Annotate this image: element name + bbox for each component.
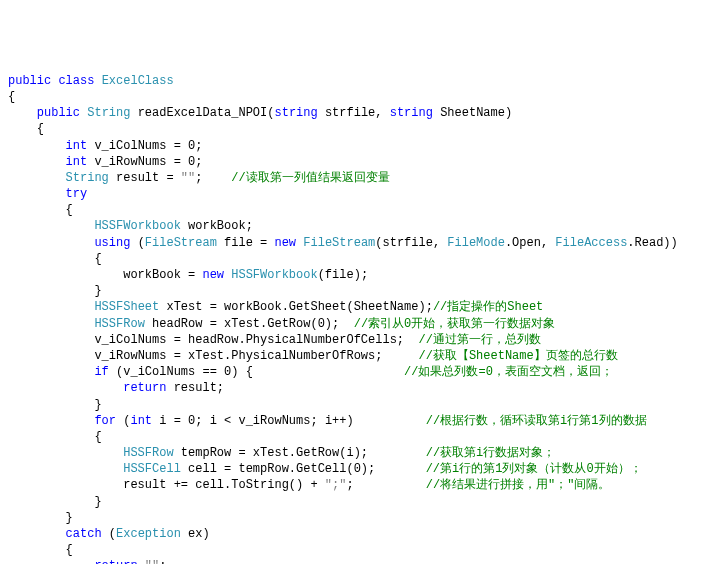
keyword: public xyxy=(37,106,80,120)
code-line: String result = ""; //读取第一列值结果返回变量 xyxy=(8,170,710,186)
code-text: ex) xyxy=(181,527,210,541)
param: SheetName) xyxy=(433,106,512,120)
code-line: { xyxy=(8,251,710,267)
code-line: return ""; xyxy=(8,558,710,564)
code-line: try xyxy=(8,186,710,202)
code-text: .Read)) xyxy=(627,236,677,250)
type-name: String xyxy=(66,171,109,185)
keyword: catch xyxy=(66,527,102,541)
code-text: xTest = workBook.GetSheet(SheetName); xyxy=(159,300,433,314)
keyword: int xyxy=(130,414,152,428)
code-text: headRow = xTest.GetRow(0); xyxy=(145,317,354,331)
code-line: HSSFCell cell = tempRow.GetCell(0); //第i… xyxy=(8,461,710,477)
type-name: FileAccess xyxy=(555,236,627,250)
comment: //索引从0开始，获取第一行数据对象 xyxy=(354,317,556,331)
code-text: v_iRowNums = 0; xyxy=(87,155,202,169)
comment: //通过第一行，总列数 xyxy=(418,333,540,347)
comment: //如果总列数=0，表面空文档，返回； xyxy=(404,365,613,379)
code-line: return result; xyxy=(8,380,710,396)
code-line: HSSFRow headRow = xTest.GetRow(0); //索引从… xyxy=(8,316,710,332)
keyword: return xyxy=(94,559,137,564)
code-line: } xyxy=(8,283,710,299)
keyword: int xyxy=(66,139,88,153)
keyword: new xyxy=(274,236,296,250)
code-text: file = xyxy=(217,236,275,250)
string-literal: "" xyxy=(145,559,159,564)
type-name: ExcelClass xyxy=(102,74,174,88)
param: strfile, xyxy=(318,106,390,120)
code-line: catch (Exception ex) xyxy=(8,526,710,542)
code-text: workBook = xyxy=(8,268,202,282)
code-text: v_iColNums = 0; xyxy=(87,139,202,153)
code-line: v_iRowNums = xTest.PhysicalNumberOfRows;… xyxy=(8,348,710,364)
code-line: { xyxy=(8,542,710,558)
code-line: HSSFSheet xTest = workBook.GetSheet(Shee… xyxy=(8,299,710,315)
code-text: result = xyxy=(109,171,181,185)
code-text: (strfile, xyxy=(375,236,447,250)
code-text: result; xyxy=(166,381,224,395)
code-line: for (int i = 0; i < v_iRowNums; i++) //根… xyxy=(8,413,710,429)
code-text: ; xyxy=(195,171,231,185)
comment: //第i行的第1列对象（计数从0开始）； xyxy=(426,462,642,476)
code-text: v_iColNums = headRow.PhysicalNumberOfCel… xyxy=(94,333,418,347)
method-name: readExcelData_NPOI( xyxy=(130,106,274,120)
type-name: HSSFWorkbook xyxy=(94,219,180,233)
string-literal: "" xyxy=(181,171,195,185)
comment: //读取第一列值结果返回变量 xyxy=(231,171,389,185)
code-line: } xyxy=(8,397,710,413)
code-line: { xyxy=(8,429,710,445)
keyword: using xyxy=(94,236,130,250)
code-text: result += cell.ToString() + xyxy=(123,478,325,492)
type-name: String xyxy=(87,106,130,120)
code-text: v_iRowNums = xTest.PhysicalNumberOfRows; xyxy=(94,349,418,363)
code-text: ; xyxy=(159,559,166,564)
code-block: public class ExcelClass{ public String r… xyxy=(8,73,710,564)
keyword: string xyxy=(390,106,433,120)
type-name: HSSFSheet xyxy=(94,300,159,314)
code-line: if (v_iColNums == 0) { //如果总列数=0，表面空文档，返… xyxy=(8,364,710,380)
keyword: new xyxy=(202,268,224,282)
type-name: Exception xyxy=(116,527,181,541)
type-name: HSSFRow xyxy=(123,446,173,460)
code-line: { xyxy=(8,121,710,137)
code-text: (v_iColNums == 0) { xyxy=(109,365,404,379)
code-line: { xyxy=(8,202,710,218)
comment: //指定操作的Sheet xyxy=(433,300,543,314)
code-line: int v_iRowNums = 0; xyxy=(8,154,710,170)
keyword: if xyxy=(94,365,108,379)
comment: //获取【SheetName】页签的总行数 xyxy=(418,349,617,363)
comment: //根据行数，循环读取第i行第1列的数据 xyxy=(426,414,647,428)
code-text: cell = tempRow.GetCell(0); xyxy=(181,462,426,476)
code-line: HSSFWorkbook workBook; xyxy=(8,218,710,234)
code-line: HSSFRow tempRow = xTest.GetRow(i); //获取第… xyxy=(8,445,710,461)
code-line: result += cell.ToString() + ";"; //将结果进行… xyxy=(8,477,710,493)
keyword: for xyxy=(94,414,116,428)
code-line: v_iColNums = headRow.PhysicalNumberOfCel… xyxy=(8,332,710,348)
code-text: tempRow = xTest.GetRow(i); xyxy=(174,446,426,460)
type-name: HSSFWorkbook xyxy=(231,268,317,282)
code-line: } xyxy=(8,510,710,526)
keyword: string xyxy=(274,106,317,120)
code-line: } xyxy=(8,494,710,510)
code-text: .Open, xyxy=(505,236,555,250)
keyword: public xyxy=(8,74,51,88)
code-text: (file); xyxy=(318,268,368,282)
code-line: int v_iColNums = 0; xyxy=(8,138,710,154)
code-text: ( xyxy=(102,527,116,541)
type-name: HSSFRow xyxy=(94,317,144,331)
code-text: workBook; xyxy=(181,219,253,233)
code-line: using (FileStream file = new FileStream(… xyxy=(8,235,710,251)
code-line: public class ExcelClass xyxy=(8,73,710,89)
code-line: { xyxy=(8,89,710,105)
type-name: FileStream xyxy=(145,236,217,250)
keyword: return xyxy=(123,381,166,395)
string-literal: ";" xyxy=(325,478,347,492)
keyword: try xyxy=(66,187,88,201)
code-text xyxy=(138,559,145,564)
comment: //获取第i行数据对象； xyxy=(426,446,556,460)
code-text: i = 0; i < v_iRowNums; i++) xyxy=(152,414,426,428)
code-line: public String readExcelData_NPOI(string … xyxy=(8,105,710,121)
code-line: workBook = new HSSFWorkbook(file); xyxy=(8,267,710,283)
code-text: ; xyxy=(346,478,425,492)
code-text: ( xyxy=(130,236,144,250)
